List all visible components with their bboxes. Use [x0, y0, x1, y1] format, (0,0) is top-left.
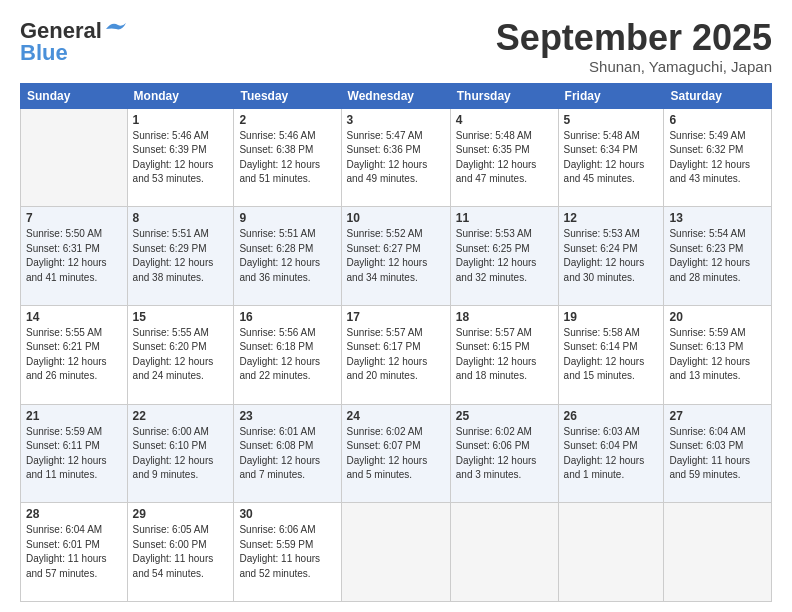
calendar-cell: 13Sunrise: 5:54 AMSunset: 6:23 PMDayligh…	[664, 207, 772, 306]
day-detail: Sunrise: 5:47 AMSunset: 6:36 PMDaylight:…	[347, 129, 445, 187]
day-detail: Sunrise: 6:06 AMSunset: 5:59 PMDaylight:…	[239, 523, 335, 581]
calendar-cell: 30Sunrise: 6:06 AMSunset: 5:59 PMDayligh…	[234, 503, 341, 602]
day-number: 21	[26, 409, 122, 423]
logo-blue: Blue	[20, 40, 68, 66]
day-number: 19	[564, 310, 659, 324]
day-number: 18	[456, 310, 553, 324]
day-number: 4	[456, 113, 553, 127]
day-detail: Sunrise: 6:05 AMSunset: 6:00 PMDaylight:…	[133, 523, 229, 581]
day-number: 23	[239, 409, 335, 423]
day-number: 8	[133, 211, 229, 225]
calendar-cell: 12Sunrise: 5:53 AMSunset: 6:24 PMDayligh…	[558, 207, 664, 306]
day-number: 3	[347, 113, 445, 127]
day-number: 30	[239, 507, 335, 521]
day-number: 27	[669, 409, 766, 423]
month-year: September 2025	[496, 18, 772, 58]
calendar-cell: 20Sunrise: 5:59 AMSunset: 6:13 PMDayligh…	[664, 305, 772, 404]
day-number: 17	[347, 310, 445, 324]
calendar-cell: 26Sunrise: 6:03 AMSunset: 6:04 PMDayligh…	[558, 404, 664, 503]
calendar-cell: 24Sunrise: 6:02 AMSunset: 6:07 PMDayligh…	[341, 404, 450, 503]
day-number: 22	[133, 409, 229, 423]
calendar-cell	[558, 503, 664, 602]
day-detail: Sunrise: 5:49 AMSunset: 6:32 PMDaylight:…	[669, 129, 766, 187]
day-detail: Sunrise: 6:01 AMSunset: 6:08 PMDaylight:…	[239, 425, 335, 483]
calendar-cell: 29Sunrise: 6:05 AMSunset: 6:00 PMDayligh…	[127, 503, 234, 602]
calendar-cell	[341, 503, 450, 602]
day-number: 7	[26, 211, 122, 225]
calendar-cell: 21Sunrise: 5:59 AMSunset: 6:11 PMDayligh…	[21, 404, 128, 503]
calendar-cell: 5Sunrise: 5:48 AMSunset: 6:34 PMDaylight…	[558, 108, 664, 207]
weekday-header: Friday	[558, 83, 664, 108]
day-number: 25	[456, 409, 553, 423]
day-number: 28	[26, 507, 122, 521]
day-number: 14	[26, 310, 122, 324]
day-detail: Sunrise: 5:54 AMSunset: 6:23 PMDaylight:…	[669, 227, 766, 285]
day-number: 11	[456, 211, 553, 225]
day-detail: Sunrise: 5:59 AMSunset: 6:13 PMDaylight:…	[669, 326, 766, 384]
day-number: 16	[239, 310, 335, 324]
day-detail: Sunrise: 5:56 AMSunset: 6:18 PMDaylight:…	[239, 326, 335, 384]
day-detail: Sunrise: 5:50 AMSunset: 6:31 PMDaylight:…	[26, 227, 122, 285]
day-number: 1	[133, 113, 229, 127]
calendar-cell: 16Sunrise: 5:56 AMSunset: 6:18 PMDayligh…	[234, 305, 341, 404]
day-detail: Sunrise: 5:51 AMSunset: 6:29 PMDaylight:…	[133, 227, 229, 285]
logo: General Blue	[20, 18, 126, 66]
weekday-header: Tuesday	[234, 83, 341, 108]
day-number: 5	[564, 113, 659, 127]
calendar-cell: 1Sunrise: 5:46 AMSunset: 6:39 PMDaylight…	[127, 108, 234, 207]
day-detail: Sunrise: 6:03 AMSunset: 6:04 PMDaylight:…	[564, 425, 659, 483]
day-detail: Sunrise: 5:46 AMSunset: 6:39 PMDaylight:…	[133, 129, 229, 187]
day-number: 12	[564, 211, 659, 225]
calendar-cell: 9Sunrise: 5:51 AMSunset: 6:28 PMDaylight…	[234, 207, 341, 306]
calendar-cell: 4Sunrise: 5:48 AMSunset: 6:35 PMDaylight…	[450, 108, 558, 207]
calendar-cell: 17Sunrise: 5:57 AMSunset: 6:17 PMDayligh…	[341, 305, 450, 404]
day-number: 13	[669, 211, 766, 225]
calendar-cell: 23Sunrise: 6:01 AMSunset: 6:08 PMDayligh…	[234, 404, 341, 503]
day-detail: Sunrise: 5:57 AMSunset: 6:17 PMDaylight:…	[347, 326, 445, 384]
calendar-cell: 8Sunrise: 5:51 AMSunset: 6:29 PMDaylight…	[127, 207, 234, 306]
calendar-cell: 18Sunrise: 5:57 AMSunset: 6:15 PMDayligh…	[450, 305, 558, 404]
day-detail: Sunrise: 5:51 AMSunset: 6:28 PMDaylight:…	[239, 227, 335, 285]
calendar-cell: 6Sunrise: 5:49 AMSunset: 6:32 PMDaylight…	[664, 108, 772, 207]
logo-bird-icon	[104, 21, 126, 37]
calendar-cell: 14Sunrise: 5:55 AMSunset: 6:21 PMDayligh…	[21, 305, 128, 404]
day-detail: Sunrise: 6:04 AMSunset: 6:03 PMDaylight:…	[669, 425, 766, 483]
day-detail: Sunrise: 6:02 AMSunset: 6:07 PMDaylight:…	[347, 425, 445, 483]
header: General Blue September 2025 Shunan, Yama…	[20, 18, 772, 75]
calendar-cell: 22Sunrise: 6:00 AMSunset: 6:10 PMDayligh…	[127, 404, 234, 503]
day-detail: Sunrise: 6:02 AMSunset: 6:06 PMDaylight:…	[456, 425, 553, 483]
calendar-cell	[450, 503, 558, 602]
calendar-cell: 10Sunrise: 5:52 AMSunset: 6:27 PMDayligh…	[341, 207, 450, 306]
weekday-header: Thursday	[450, 83, 558, 108]
calendar-cell	[664, 503, 772, 602]
day-number: 15	[133, 310, 229, 324]
weekday-header: Sunday	[21, 83, 128, 108]
day-detail: Sunrise: 5:55 AMSunset: 6:20 PMDaylight:…	[133, 326, 229, 384]
calendar-cell: 11Sunrise: 5:53 AMSunset: 6:25 PMDayligh…	[450, 207, 558, 306]
day-number: 9	[239, 211, 335, 225]
weekday-header: Saturday	[664, 83, 772, 108]
day-number: 10	[347, 211, 445, 225]
day-number: 24	[347, 409, 445, 423]
weekday-header: Wednesday	[341, 83, 450, 108]
title-block: September 2025 Shunan, Yamaguchi, Japan	[496, 18, 772, 75]
day-number: 20	[669, 310, 766, 324]
day-detail: Sunrise: 5:55 AMSunset: 6:21 PMDaylight:…	[26, 326, 122, 384]
day-detail: Sunrise: 5:52 AMSunset: 6:27 PMDaylight:…	[347, 227, 445, 285]
day-detail: Sunrise: 6:00 AMSunset: 6:10 PMDaylight:…	[133, 425, 229, 483]
calendar-cell: 7Sunrise: 5:50 AMSunset: 6:31 PMDaylight…	[21, 207, 128, 306]
day-detail: Sunrise: 5:48 AMSunset: 6:34 PMDaylight:…	[564, 129, 659, 187]
calendar-cell: 2Sunrise: 5:46 AMSunset: 6:38 PMDaylight…	[234, 108, 341, 207]
day-detail: Sunrise: 5:48 AMSunset: 6:35 PMDaylight:…	[456, 129, 553, 187]
day-number: 26	[564, 409, 659, 423]
day-detail: Sunrise: 5:57 AMSunset: 6:15 PMDaylight:…	[456, 326, 553, 384]
day-detail: Sunrise: 5:46 AMSunset: 6:38 PMDaylight:…	[239, 129, 335, 187]
calendar-cell: 3Sunrise: 5:47 AMSunset: 6:36 PMDaylight…	[341, 108, 450, 207]
day-number: 6	[669, 113, 766, 127]
day-detail: Sunrise: 5:58 AMSunset: 6:14 PMDaylight:…	[564, 326, 659, 384]
page: General Blue September 2025 Shunan, Yama…	[0, 0, 792, 612]
calendar-cell	[21, 108, 128, 207]
calendar-cell: 27Sunrise: 6:04 AMSunset: 6:03 PMDayligh…	[664, 404, 772, 503]
day-detail: Sunrise: 6:04 AMSunset: 6:01 PMDaylight:…	[26, 523, 122, 581]
location: Shunan, Yamaguchi, Japan	[496, 58, 772, 75]
